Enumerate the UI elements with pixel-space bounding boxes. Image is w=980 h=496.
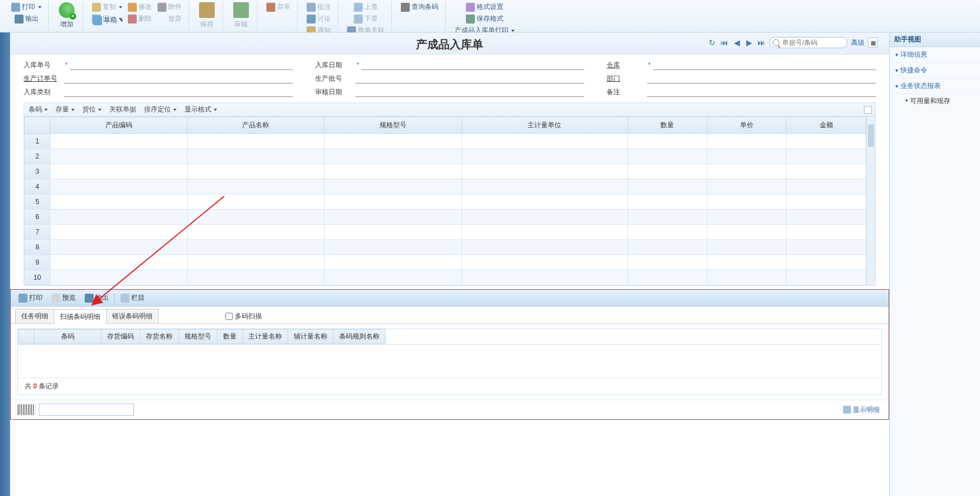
attach-icon [158,3,167,12]
show-detail-button[interactable]: 显示明细 [843,405,880,415]
table-row[interactable]: 5 [25,194,866,210]
table-row[interactable]: 2 [25,149,866,164]
prev-button[interactable]: ◀ [732,38,741,47]
print-icon [11,3,20,12]
add-icon [59,2,75,18]
label-prodorder[interactable]: 生产订单号 [24,74,62,84]
table-row[interactable]: 10 [25,270,866,285]
gt-sort[interactable]: 排序定位 [144,105,177,114]
col-5[interactable]: 单价 [707,117,787,134]
table-row[interactable]: 3 [25,164,866,179]
input-docno[interactable] [70,60,293,70]
bcol-6[interactable]: 辅计量名称 [288,330,334,344]
left-nav-strip[interactable] [0,33,10,496]
input-prodorder[interactable] [64,73,293,84]
tab-error[interactable]: 错误条码明细 [106,309,159,323]
bcol-0[interactable]: 条码 [34,330,101,344]
print-button[interactable]: 打印 [9,1,44,13]
release-button[interactable]: 放弃 [155,13,184,25]
grid-scrollbar[interactable] [866,117,875,285]
col-0[interactable]: 产品编码 [50,117,188,134]
col-6[interactable]: 金额 [787,117,866,134]
search-box[interactable] [769,37,848,48]
input-warehouse[interactable] [653,60,876,70]
query-barcode-button[interactable]: 查询条码 [399,1,441,13]
bp-export[interactable]: 输出 [81,292,112,304]
label-warehouse[interactable]: 仓库 [607,61,645,70]
release-icon [158,15,167,24]
multi-scan-check[interactable]: 多码扫描 [225,312,262,321]
export-button[interactable]: 输出 [12,13,41,25]
first-button[interactable]: ⏮ [720,38,729,47]
rp-title: 助手视图 [890,33,980,47]
bp-preview[interactable]: 预览 [48,292,79,304]
multi-scan-checkbox[interactable] [225,313,233,320]
gt-barcode[interactable]: 条码 [29,105,48,114]
bcol-2[interactable]: 存货名称 [140,330,179,344]
input-batch[interactable] [355,73,584,84]
save-button[interactable]: 保存 [196,1,218,30]
input-auditdate[interactable] [355,87,584,97]
table-row[interactable]: 6 [25,210,866,225]
batch-note-button[interactable]: 批注 [304,1,333,13]
input-intype[interactable] [64,87,293,97]
add-button[interactable]: 增加 [56,1,78,30]
refresh-button[interactable]: ↻ [708,38,716,47]
draft-button[interactable]: 草稿 [91,15,126,26]
barcode-input[interactable] [39,404,134,416]
gt-dispfmt[interactable]: 显示格式 [184,105,217,114]
table-row[interactable]: 4 [25,179,866,194]
bcol-5[interactable]: 主计量名称 [243,330,288,344]
bcol-7[interactable]: 条码规则名称 [334,330,386,344]
modify-button[interactable]: 修改 [126,1,154,13]
copy-button[interactable]: 复制 [90,1,124,13]
rp-detail[interactable]: ▾详细信息 [890,47,980,63]
col-1[interactable]: 产品名称 [187,117,325,134]
input-dept[interactable] [647,73,876,84]
gt-relbill[interactable]: 关联单据 [109,105,136,114]
col-3[interactable]: 主计量单位 [461,117,627,134]
discuss-button[interactable]: 讨论 [304,13,333,25]
reject-button[interactable]: 弃审 [264,1,293,13]
gt-loc[interactable]: 货位 [82,105,101,114]
save-format-button[interactable]: 保存格式 [464,13,506,25]
attach-button[interactable]: 附件 [155,1,184,13]
bcol-1[interactable]: 存货编码 [101,330,140,344]
copy-icon [92,3,101,12]
gt-stock[interactable]: 存量 [56,105,75,114]
down-page-button[interactable]: 下查 [352,13,380,25]
search-icon [773,39,779,46]
input-docdate[interactable] [362,60,584,70]
table-row[interactable]: 7 [25,225,866,240]
last-button[interactable]: ⏭ [757,38,766,47]
preview-icon [52,294,61,303]
label-dept[interactable]: 部门 [607,74,645,84]
tab-task[interactable]: 任务明细 [15,309,54,323]
rp-report[interactable]: ▾业务状态报表 [890,78,980,94]
table-row[interactable]: 9 [25,255,866,270]
savefmt-icon [466,15,475,24]
gt-expand-button[interactable] [864,106,872,114]
advanced-link[interactable]: 高级 [851,38,865,48]
calendar-icon[interactable]: ▦ [868,38,878,48]
table-row[interactable]: 8 [25,240,866,255]
input-remark[interactable] [647,87,876,97]
edit-icon [128,3,137,12]
search-input[interactable] [782,39,843,47]
format-button[interactable]: 格式设置 [464,1,506,13]
rp-quick[interactable]: ▾快捷命令 [890,63,980,78]
audit-button[interactable]: 审核 [230,1,252,30]
table-row[interactable]: 1 [25,134,866,149]
delete-icon [128,15,137,24]
col-2[interactable]: 规格型号 [325,117,462,134]
col-4[interactable]: 数量 [628,117,708,134]
bcol-3[interactable]: 规格型号 [179,330,218,344]
up-page-button[interactable]: 上查 [352,1,380,13]
rp-avail[interactable]: 可用量和现存 [890,94,980,108]
delete-button[interactable]: 删除 [126,13,154,25]
bp-columns[interactable]: 栏目 [117,292,148,304]
bcol-4[interactable]: 数量 [218,330,243,344]
next-button[interactable]: ▶ [745,38,754,47]
bp-print[interactable]: 打印 [15,292,46,304]
tab-scan[interactable]: 扫描条码明细 [54,309,107,324]
